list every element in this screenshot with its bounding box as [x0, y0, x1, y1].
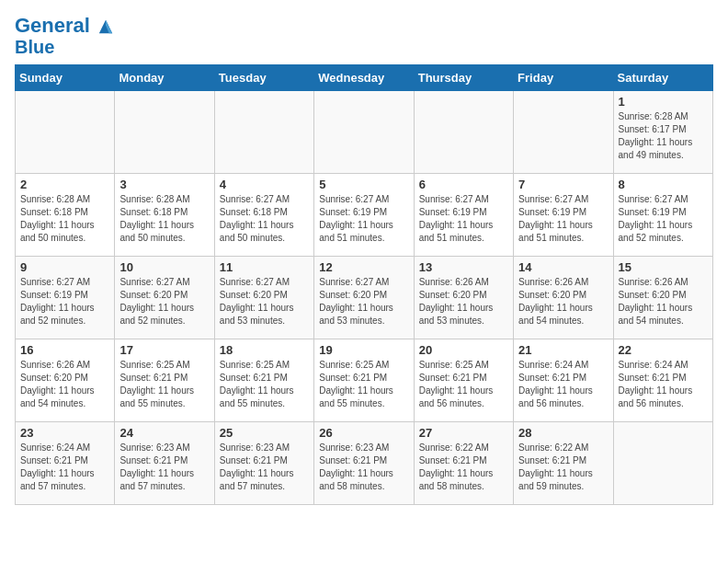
day-info: Sunrise: 6:23 AM Sunset: 6:21 PM Dayligh… [220, 442, 309, 493]
logo-text: General [15, 15, 114, 37]
day-number: 27 [419, 426, 508, 440]
calendar-day-cell: 6Sunrise: 6:27 AM Sunset: 6:19 PM Daylig… [414, 174, 513, 257]
day-number: 17 [119, 343, 209, 357]
day-info: Sunrise: 6:23 AM Sunset: 6:21 PM Dayligh… [319, 442, 408, 493]
calendar-day-cell: 13Sunrise: 6:26 AM Sunset: 6:20 PM Dayli… [414, 257, 513, 339]
day-number: 20 [419, 343, 508, 357]
day-number: 7 [518, 178, 608, 191]
day-number: 26 [319, 426, 408, 440]
calendar-day-cell [414, 91, 513, 174]
day-number: 21 [518, 343, 608, 357]
day-number: 3 [119, 178, 209, 191]
calendar-day-cell: 25Sunrise: 6:23 AM Sunset: 6:21 PM Dayli… [214, 422, 313, 505]
logo-blue-text: Blue [15, 37, 114, 57]
logo: General Blue [15, 15, 114, 57]
day-number: 24 [119, 426, 209, 440]
calendar-day-cell: 18Sunrise: 6:25 AM Sunset: 6:21 PM Dayli… [214, 339, 313, 422]
day-info: Sunrise: 6:24 AM Sunset: 6:21 PM Dayligh… [619, 359, 708, 410]
calendar-day-cell [115, 91, 214, 174]
calendar-week-row: 23Sunrise: 6:24 AM Sunset: 6:21 PM Dayli… [16, 422, 713, 505]
day-info: Sunrise: 6:24 AM Sunset: 6:21 PM Dayligh… [20, 442, 109, 493]
calendar-day-cell: 16Sunrise: 6:26 AM Sunset: 6:20 PM Dayli… [16, 339, 115, 422]
calendar-day-cell: 24Sunrise: 6:23 AM Sunset: 6:21 PM Dayli… [115, 422, 214, 505]
calendar-week-row: 16Sunrise: 6:26 AM Sunset: 6:20 PM Dayli… [16, 339, 713, 422]
weekday-header-wednesday: Wednesday [314, 65, 414, 91]
day-info: Sunrise: 6:26 AM Sunset: 6:20 PM Dayligh… [20, 359, 109, 410]
calendar-day-cell: 4Sunrise: 6:27 AM Sunset: 6:18 PM Daylig… [214, 174, 313, 257]
day-info: Sunrise: 6:24 AM Sunset: 6:21 PM Dayligh… [518, 359, 608, 410]
day-info: Sunrise: 6:26 AM Sunset: 6:20 PM Dayligh… [419, 276, 508, 327]
day-info: Sunrise: 6:27 AM Sunset: 6:19 PM Dayligh… [20, 276, 109, 327]
calendar-day-cell: 27Sunrise: 6:22 AM Sunset: 6:21 PM Dayli… [414, 422, 513, 505]
calendar-day-cell: 10Sunrise: 6:27 AM Sunset: 6:20 PM Dayli… [115, 257, 214, 339]
weekday-header-tuesday: Tuesday [214, 65, 313, 91]
weekday-header-row: SundayMondayTuesdayWednesdayThursdayFrid… [16, 65, 713, 91]
day-info: Sunrise: 6:22 AM Sunset: 6:21 PM Dayligh… [419, 442, 508, 493]
day-info: Sunrise: 6:27 AM Sunset: 6:20 PM Dayligh… [319, 276, 408, 327]
day-info: Sunrise: 6:26 AM Sunset: 6:20 PM Dayligh… [619, 276, 708, 327]
day-number: 22 [619, 343, 708, 357]
weekday-header-sunday: Sunday [16, 65, 115, 91]
day-number: 28 [518, 426, 608, 440]
day-info: Sunrise: 6:22 AM Sunset: 6:21 PM Dayligh… [518, 442, 608, 493]
calendar-day-cell: 15Sunrise: 6:26 AM Sunset: 6:20 PM Dayli… [613, 257, 712, 339]
calendar-week-row: 1Sunrise: 6:28 AM Sunset: 6:17 PM Daylig… [16, 91, 713, 174]
day-info: Sunrise: 6:25 AM Sunset: 6:21 PM Dayligh… [419, 359, 508, 410]
day-info: Sunrise: 6:27 AM Sunset: 6:19 PM Dayligh… [319, 193, 408, 245]
calendar-day-cell: 14Sunrise: 6:26 AM Sunset: 6:20 PM Dayli… [514, 257, 613, 339]
day-number: 13 [419, 260, 508, 274]
calendar-day-cell [613, 422, 712, 505]
day-number: 12 [319, 260, 408, 274]
calendar-day-cell: 11Sunrise: 6:27 AM Sunset: 6:20 PM Dayli… [214, 257, 313, 339]
day-info: Sunrise: 6:27 AM Sunset: 6:18 PM Dayligh… [220, 193, 309, 245]
calendar-day-cell: 22Sunrise: 6:24 AM Sunset: 6:21 PM Dayli… [613, 339, 712, 422]
day-info: Sunrise: 6:27 AM Sunset: 6:19 PM Dayligh… [518, 193, 608, 245]
day-info: Sunrise: 6:25 AM Sunset: 6:21 PM Dayligh… [119, 359, 209, 410]
day-number: 23 [20, 426, 109, 440]
calendar-week-row: 2Sunrise: 6:28 AM Sunset: 6:18 PM Daylig… [16, 174, 713, 257]
day-number: 4 [220, 178, 309, 191]
calendar-day-cell: 17Sunrise: 6:25 AM Sunset: 6:21 PM Dayli… [115, 339, 214, 422]
day-info: Sunrise: 6:28 AM Sunset: 6:18 PM Dayligh… [20, 193, 109, 245]
day-number: 15 [619, 260, 708, 274]
calendar-day-cell: 5Sunrise: 6:27 AM Sunset: 6:19 PM Daylig… [314, 174, 414, 257]
day-number: 16 [20, 343, 109, 357]
calendar-day-cell: 3Sunrise: 6:28 AM Sunset: 6:18 PM Daylig… [115, 174, 214, 257]
day-number: 9 [20, 260, 109, 274]
day-info: Sunrise: 6:27 AM Sunset: 6:19 PM Dayligh… [619, 193, 708, 245]
calendar-week-row: 9Sunrise: 6:27 AM Sunset: 6:19 PM Daylig… [16, 257, 713, 339]
day-number: 1 [619, 95, 708, 109]
calendar-day-cell: 28Sunrise: 6:22 AM Sunset: 6:21 PM Dayli… [514, 422, 613, 505]
day-info: Sunrise: 6:25 AM Sunset: 6:21 PM Dayligh… [220, 359, 309, 410]
calendar-day-cell: 7Sunrise: 6:27 AM Sunset: 6:19 PM Daylig… [514, 174, 613, 257]
day-number: 14 [518, 260, 608, 274]
day-info: Sunrise: 6:25 AM Sunset: 6:21 PM Dayligh… [319, 359, 408, 410]
calendar-day-cell [514, 91, 613, 174]
calendar-day-cell [214, 91, 313, 174]
calendar-day-cell: 12Sunrise: 6:27 AM Sunset: 6:20 PM Dayli… [314, 257, 414, 339]
day-number: 6 [419, 178, 508, 191]
calendar-day-cell: 2Sunrise: 6:28 AM Sunset: 6:18 PM Daylig… [16, 174, 115, 257]
day-number: 11 [220, 260, 309, 274]
day-number: 19 [319, 343, 408, 357]
day-number: 8 [619, 178, 708, 191]
day-info: Sunrise: 6:27 AM Sunset: 6:20 PM Dayligh… [220, 276, 309, 327]
calendar-day-cell: 20Sunrise: 6:25 AM Sunset: 6:21 PM Dayli… [414, 339, 513, 422]
day-info: Sunrise: 6:28 AM Sunset: 6:17 PM Dayligh… [619, 110, 708, 162]
page-header: General Blue [15, 15, 713, 57]
calendar-day-cell [314, 91, 414, 174]
day-number: 10 [119, 260, 209, 274]
day-info: Sunrise: 6:23 AM Sunset: 6:21 PM Dayligh… [119, 442, 209, 493]
calendar-day-cell: 26Sunrise: 6:23 AM Sunset: 6:21 PM Dayli… [314, 422, 414, 505]
day-number: 2 [20, 178, 109, 191]
calendar-day-cell: 19Sunrise: 6:25 AM Sunset: 6:21 PM Dayli… [314, 339, 414, 422]
weekday-header-saturday: Saturday [613, 65, 712, 91]
calendar-day-cell: 1Sunrise: 6:28 AM Sunset: 6:17 PM Daylig… [613, 91, 712, 174]
calendar-day-cell [16, 91, 115, 174]
calendar-day-cell: 8Sunrise: 6:27 AM Sunset: 6:19 PM Daylig… [613, 174, 712, 257]
calendar-table: SundayMondayTuesdayWednesdayThursdayFrid… [15, 64, 713, 505]
calendar-day-cell: 9Sunrise: 6:27 AM Sunset: 6:19 PM Daylig… [16, 257, 115, 339]
day-info: Sunrise: 6:28 AM Sunset: 6:18 PM Dayligh… [119, 193, 209, 245]
calendar-day-cell: 23Sunrise: 6:24 AM Sunset: 6:21 PM Dayli… [16, 422, 115, 505]
day-number: 18 [220, 343, 309, 357]
